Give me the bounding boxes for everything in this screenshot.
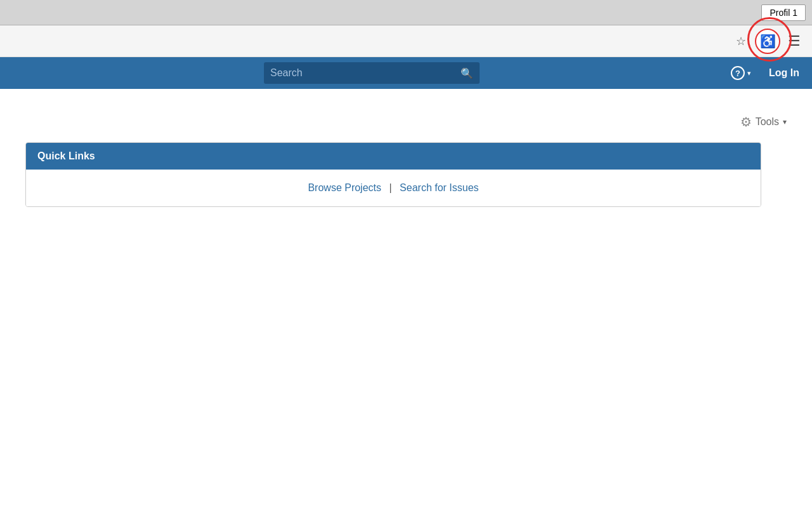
search-input[interactable] [270, 62, 461, 84]
help-circle-icon: ? [731, 66, 745, 80]
star-button[interactable]: ☆ [730, 30, 752, 53]
chevron-down-icon: ▾ [783, 117, 787, 126]
main-content: ⚙ Tools ▾ Quick Links Browse Projects | … [0, 89, 812, 508]
tools-row: ⚙ Tools ▾ [25, 102, 787, 142]
hamburger-icon: ☰ [788, 33, 801, 50]
menu-button[interactable]: ☰ [783, 30, 806, 53]
nav-right: ? ▾ Log In [731, 66, 799, 80]
accessibility-icon: ♿ [760, 34, 776, 49]
browse-projects-link[interactable]: Browse Projects [308, 182, 381, 193]
link-separator: | [389, 182, 391, 193]
browser-bar: Profil 1 [0, 0, 812, 25]
help-dropdown-icon: ▾ [747, 69, 751, 77]
quick-links-body: Browse Projects | Search for Issues [26, 170, 761, 206]
search-container: 🔍 [13, 62, 731, 84]
search-icon: 🔍 [461, 67, 473, 79]
quick-links-panel: Quick Links Browse Projects | Search for… [25, 142, 761, 207]
profile-button[interactable]: Profil 1 [761, 4, 806, 21]
gear-icon: ⚙ [740, 114, 752, 130]
navbar: 🔍 ? ▾ Log In [0, 57, 812, 89]
help-button[interactable]: ? ▾ [731, 66, 751, 80]
accessibility-button[interactable]: ♿ [755, 29, 780, 54]
quick-links-header: Quick Links [26, 143, 761, 170]
search-for-issues-link[interactable]: Search for Issues [400, 182, 479, 193]
login-button[interactable]: Log In [769, 67, 799, 79]
quick-links-title: Quick Links [37, 150, 95, 161]
icon-toolbar: ☆ ♿ ☰ [0, 25, 812, 57]
tools-button[interactable]: ⚙ Tools ▾ [740, 114, 787, 130]
search-box: 🔍 [264, 62, 480, 84]
star-icon: ☆ [736, 34, 746, 48]
tools-label: Tools [756, 116, 779, 128]
